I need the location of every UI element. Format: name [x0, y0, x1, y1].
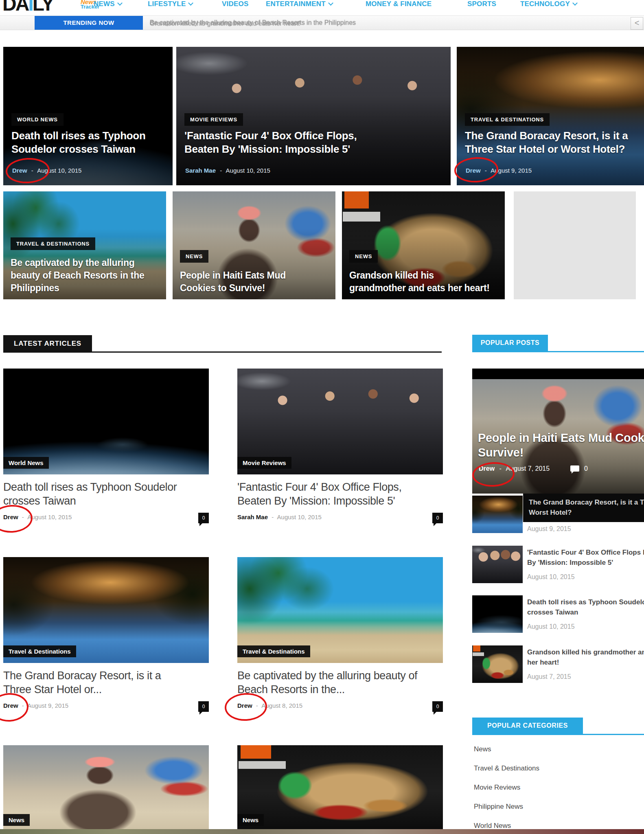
article-title[interactable]: Death toll rises as TyphoonSoudelor cros…: [11, 129, 145, 156]
post-title[interactable]: Death toll rises as Typhoon Soudelor cro…: [527, 597, 644, 617]
latest-article-grandson[interactable]: News: [237, 745, 443, 829]
publish-date: August 10, 2015: [527, 623, 575, 630]
category-label-news[interactable]: News: [237, 814, 264, 826]
category-link-movie-reviews[interactable]: Movie Reviews: [474, 784, 520, 792]
chevron-down-icon: [117, 0, 123, 6]
section-title: POPULAR POSTS: [472, 335, 548, 351]
typhoon-earth-image: World News: [3, 369, 209, 474]
empty-card-placeholder: [514, 191, 636, 299]
philippines-beach-image: Travel & Destinations: [237, 557, 443, 663]
latest-articles-header: LATEST ARTICLES: [3, 335, 442, 352]
category-link-philippine-news[interactable]: Philippine News: [474, 803, 523, 811]
crime-scene-image: News: [237, 745, 443, 829]
featured-article-haiti[interactable]: NEWS People in Haiti Eats MudCookies to …: [173, 191, 335, 299]
category-label-news[interactable]: NEWS: [349, 250, 378, 263]
nav-item-money-finance[interactable]: MONEY & FINANCE: [366, 0, 432, 8]
thumbnail[interactable]: [472, 595, 523, 633]
nav-item-videos[interactable]: VIDEOS: [222, 0, 248, 8]
thumbnail[interactable]: [472, 645, 523, 683]
trending-prev-button[interactable]: <: [631, 17, 643, 30]
category-label-travel[interactable]: TRAVEL & DESTINATIONS: [11, 237, 95, 250]
byline: Drew - August 8, 2015 0: [237, 702, 443, 713]
article-title[interactable]: The Grand Boracay Resort, is it a Three …: [3, 669, 187, 696]
category-label-world-news[interactable]: World News: [3, 457, 49, 469]
latest-article-boracay[interactable]: Travel & Destinations The Grand Boracay …: [3, 557, 209, 713]
post-title[interactable]: 'Fantastic Four 4' Box Office Flops Beat…: [527, 547, 644, 568]
publish-date: August 10, 2015: [277, 514, 322, 520]
section-divider: [3, 351, 442, 353]
byline: Sarah Mae - August 10, 2015: [185, 167, 270, 174]
category-label-world-news[interactable]: WORLD NEWS: [11, 113, 64, 126]
news-homepage: DAILY News Tracker NEWS LIFESTYLE VIDEOS…: [0, 0, 644, 834]
comment-bubble-icon: [570, 465, 579, 472]
chevron-down-icon: [328, 0, 333, 6]
section-title: LATEST ARTICLES: [3, 335, 92, 352]
trending-now-badge: TRENDING NOW: [35, 16, 143, 30]
article-title[interactable]: People in Haiti Eats Mud Cookies toSurvi…: [478, 430, 644, 460]
crime-scene-image: [472, 645, 523, 683]
byline-separator: -: [272, 514, 274, 520]
popular-categories-header: POPULAR CATEGORIES: [472, 718, 644, 734]
boracay-resort-image: [472, 496, 523, 533]
featured-content: NEWS People in Haiti Eats MudCookies to …: [180, 250, 331, 294]
author-link[interactable]: Sarah Mae: [237, 514, 268, 520]
nav-item-sports[interactable]: SPORTS: [467, 0, 496, 8]
article-title[interactable]: People in Haiti Eats MudCookies to Survi…: [180, 269, 331, 294]
chevron-down-icon: [188, 0, 194, 6]
latest-article-haiti[interactable]: News: [3, 745, 209, 829]
category-label-movie-reviews[interactable]: Movie Reviews: [237, 457, 291, 469]
fantastic-four-cast-image: [472, 546, 523, 583]
site-logo[interactable]: DAILY News Tracker: [2, 0, 53, 15]
category-link-news[interactable]: News: [474, 745, 491, 753]
comment-count-badge[interactable]: 0: [198, 513, 209, 523]
comment-count-badge[interactable]: 0: [432, 701, 443, 712]
featured-article-grandson[interactable]: NEWS Grandson killed hisgrandmother and …: [342, 191, 505, 299]
article-title[interactable]: Be captivated by the alluringbeauty of B…: [11, 257, 162, 294]
boracay-resort-image: Travel & Destinations: [3, 557, 209, 663]
category-link-world-news[interactable]: World News: [474, 822, 511, 830]
trending-bar: TRENDING NOW Grandson killed his grandmo…: [0, 15, 644, 30]
article-title[interactable]: 'Fantastic Four 4' Box Office Flops, Bea…: [237, 480, 421, 508]
nav-item-lifestyle[interactable]: LIFESTYLE: [148, 0, 193, 8]
latest-article-beach[interactable]: Travel & Destinations Be captivated by t…: [237, 557, 443, 713]
publish-date: August 10, 2015: [226, 167, 270, 174]
comment-count: 0: [584, 465, 588, 472]
publish-date: August 10, 2015: [527, 573, 575, 581]
category-label-travel[interactable]: TRAVEL & DESTINATIONS: [465, 113, 550, 126]
nav-item-news[interactable]: NEWS: [94, 0, 122, 8]
nav-item-technology[interactable]: TECHNOLOGY: [520, 0, 577, 8]
thumbnail[interactable]: [472, 546, 523, 583]
article-title[interactable]: Be captivated by the alluring beauty of …: [237, 669, 421, 696]
hero-article-fantastic-four[interactable]: MOVIE REVIEWS 'Fantastic Four 4' Box Off…: [176, 47, 451, 185]
publish-date: August 7, 2015: [527, 673, 571, 680]
article-title[interactable]: 'Fantastic Four 4' Box Office Flops,Beat…: [184, 129, 357, 156]
featured-article-beach[interactable]: TRAVEL & DESTINATIONS Be captivated by t…: [3, 191, 166, 299]
category-label-movie-reviews[interactable]: MOVIE REVIEWS: [184, 113, 243, 126]
logo-wordmark: DAILY: [2, 0, 53, 15]
comment-count-badge[interactable]: 0: [432, 513, 443, 523]
category-link-travel-destinations[interactable]: Travel & Destinations: [474, 764, 539, 773]
publish-date: August 8, 2015: [261, 702, 302, 709]
latest-article-fantastic-four[interactable]: Movie Reviews 'Fantastic Four 4' Box Off…: [237, 369, 443, 525]
category-label-news[interactable]: News: [3, 814, 30, 826]
latest-article-typhoon[interactable]: World News Death toll rises as Typhoon S…: [3, 369, 209, 525]
thumbnail[interactable]: [472, 496, 523, 533]
article-title[interactable]: Grandson killed hisgrandmother and eats …: [349, 269, 501, 294]
fantastic-four-cast-image: Movie Reviews: [237, 369, 443, 474]
haiti-mud-cookies-image: News: [3, 745, 209, 829]
section-title: POPULAR CATEGORIES: [472, 718, 583, 734]
post-title[interactable]: Grandson killed his grandmother and eats…: [527, 647, 644, 667]
category-label-travel[interactable]: Travel & Destinations: [3, 645, 76, 657]
bottom-taskbar-strip: [0, 829, 644, 834]
article-title[interactable]: The Grand Boracay Resort, is it aThree S…: [465, 129, 628, 156]
author-link[interactable]: Sarah Mae: [185, 167, 216, 174]
site-header: DAILY News Tracker NEWS LIFESTYLE VIDEOS…: [0, 0, 644, 12]
nav-item-entertainment[interactable]: ENTERTAINMENT: [266, 0, 333, 8]
category-label-news[interactable]: NEWS: [180, 250, 208, 263]
chevron-down-icon: [572, 0, 578, 6]
comment-count-badge[interactable]: 0: [198, 701, 209, 712]
article-title[interactable]: Death toll rises as Typhoon Soudelor cro…: [3, 480, 187, 508]
post-title[interactable]: The Grand Boracay Resort, is it a Three …: [523, 494, 644, 522]
byline: Drew - August 10, 2015 0: [3, 514, 209, 525]
category-label-travel[interactable]: Travel & Destinations: [237, 645, 310, 657]
